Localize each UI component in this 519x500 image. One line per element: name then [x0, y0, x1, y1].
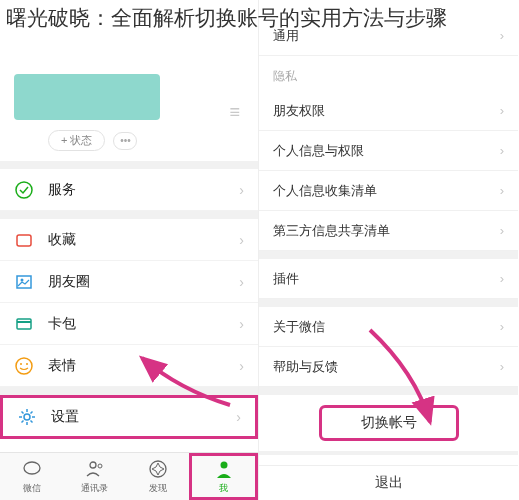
svg-point-9 — [24, 414, 30, 420]
right-screenshot: 通用 › 隐私 朋友权限 › 个人信息与权限 › 个人信息收集清单 › 第三方信… — [259, 0, 518, 500]
row-help[interactable]: 帮助与反馈 › — [259, 347, 518, 387]
row-moments[interactable]: 朋友圈 › — [0, 261, 258, 303]
row-label: 帮助与反馈 — [273, 358, 500, 376]
fav-icon — [14, 230, 34, 250]
sticker-icon — [14, 356, 34, 376]
svg-point-14 — [220, 462, 227, 469]
svg-rect-2 — [17, 276, 31, 288]
svg-point-7 — [20, 363, 22, 365]
svg-point-3 — [21, 278, 24, 281]
status-more-button[interactable]: ••• — [113, 132, 137, 150]
gear-icon — [17, 407, 37, 427]
tab-me[interactable]: 我 — [189, 453, 258, 500]
chat-icon — [21, 458, 43, 480]
logout-button[interactable]: 退出 — [259, 465, 518, 500]
status-button[interactable]: + 状态 — [48, 130, 105, 151]
svg-point-0 — [16, 182, 32, 198]
row-label: 插件 — [273, 270, 500, 288]
row-label: 关于微信 — [273, 318, 500, 336]
svg-point-8 — [26, 363, 28, 365]
svg-point-6 — [16, 358, 32, 374]
row-label: 卡包 — [48, 315, 239, 333]
row-label: 表情 — [48, 357, 239, 375]
chevron-right-icon: › — [239, 316, 244, 332]
tab-label: 微信 — [23, 482, 41, 495]
row-label: 个人信息与权限 — [273, 142, 500, 160]
row-settings[interactable]: 设置 › — [0, 395, 258, 439]
contacts-icon — [84, 458, 106, 480]
chevron-right-icon: › — [500, 359, 504, 374]
chevron-right-icon: › — [500, 223, 504, 238]
chevron-right-icon: › — [500, 271, 504, 286]
moments-icon — [14, 272, 34, 292]
tab-label: 我 — [219, 482, 228, 495]
row-label: 朋友圈 — [48, 273, 239, 291]
row-label: 第三方信息共享清单 — [273, 222, 500, 240]
svg-rect-4 — [17, 319, 31, 329]
profile-area[interactable]: ≡ — [0, 60, 258, 126]
left-screenshot: ≡ + 状态 ••• 服务 › 收藏 › 朋友圈 › — [0, 0, 259, 500]
svg-rect-1 — [17, 235, 31, 246]
row-service[interactable]: 服务 › — [0, 169, 258, 211]
row-plugin[interactable]: 插件 › — [259, 259, 518, 299]
svg-point-11 — [90, 462, 96, 468]
row-stickers[interactable]: 表情 › — [0, 345, 258, 387]
discover-icon — [147, 458, 169, 480]
tab-label: 发现 — [149, 482, 167, 495]
me-icon — [213, 458, 235, 480]
chevron-right-icon: › — [239, 358, 244, 374]
tab-bar: 微信 通讯录 发现 我 — [0, 452, 258, 500]
chevron-right-icon: › — [500, 103, 504, 118]
tab-chat[interactable]: 微信 — [0, 453, 63, 500]
section-privacy-header: 隐私 — [259, 56, 518, 91]
row-label: 收藏 — [48, 231, 239, 249]
row-personal-info[interactable]: 个人信息与权限 › — [259, 131, 518, 171]
chevron-right-icon: › — [236, 409, 241, 425]
row-friend-permission[interactable]: 朋友权限 › — [259, 91, 518, 131]
svg-point-12 — [98, 464, 102, 468]
avatar-placeholder — [14, 74, 160, 120]
svg-point-10 — [24, 462, 40, 474]
chevron-right-icon: › — [239, 182, 244, 198]
card-icon — [14, 314, 34, 334]
row-thirdparty-info[interactable]: 第三方信息共享清单 › — [259, 211, 518, 251]
switch-account-button[interactable]: 切换帐号 — [319, 405, 459, 441]
row-favorites[interactable]: 收藏 › — [0, 219, 258, 261]
chevron-right-icon: › — [500, 319, 504, 334]
row-about[interactable]: 关于微信 › — [259, 307, 518, 347]
article-title: 曙光破晓：全面解析切换账号的实用方法与步骤 — [0, 0, 519, 35]
row-cards[interactable]: 卡包 › — [0, 303, 258, 345]
more-icon[interactable]: ≡ — [229, 102, 240, 123]
row-label: 朋友权限 — [273, 102, 500, 120]
tab-discover[interactable]: 发现 — [126, 453, 189, 500]
tab-label: 通讯录 — [81, 482, 108, 495]
service-icon — [14, 180, 34, 200]
row-label: 服务 — [48, 181, 239, 199]
row-label: 个人信息收集清单 — [273, 182, 500, 200]
svg-rect-5 — [17, 321, 31, 323]
chevron-right-icon: › — [239, 274, 244, 290]
row-label: 设置 — [51, 408, 236, 426]
chevron-right-icon: › — [500, 183, 504, 198]
tab-contacts[interactable]: 通讯录 — [63, 453, 126, 500]
chevron-right-icon: › — [500, 143, 504, 158]
row-info-collection[interactable]: 个人信息收集清单 › — [259, 171, 518, 211]
chevron-right-icon: › — [239, 232, 244, 248]
